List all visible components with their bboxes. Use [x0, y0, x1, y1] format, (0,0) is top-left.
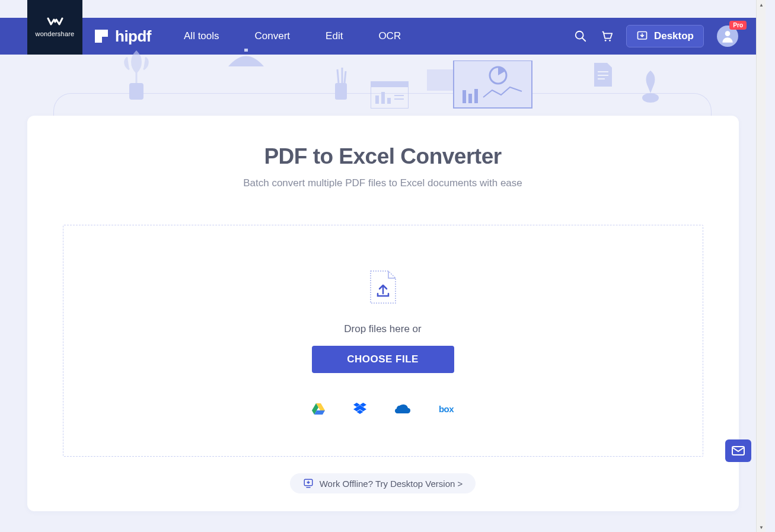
svg-rect-13: [371, 81, 409, 87]
desktop-button[interactable]: Desktop: [626, 25, 704, 47]
hipdf-logo[interactable]: hipdf: [95, 27, 151, 46]
scroll-up-icon[interactable]: ▲: [757, 0, 766, 9]
document-icon: [593, 62, 613, 88]
svg-point-28: [642, 93, 659, 103]
svg-rect-7: [244, 49, 248, 52]
svg-rect-27: [598, 78, 605, 79]
svg-point-5: [725, 31, 731, 36]
svg-line-10: [345, 71, 346, 83]
quill-icon: [637, 69, 664, 104]
dropzone[interactable]: Drop files here or CHOOSE FILE box: [63, 225, 703, 457]
page-subtitle: Batch convert multiple PDF files to Exce…: [63, 177, 703, 189]
plant-icon: [119, 49, 154, 103]
hero-decoration: [0, 55, 766, 114]
nav-convert[interactable]: Convert: [255, 30, 291, 42]
svg-line-8: [337, 69, 339, 83]
svg-line-1: [582, 38, 586, 42]
svg-point-2: [605, 40, 607, 42]
page-title: PDF to Excel Converter: [63, 144, 703, 169]
drop-text: Drop files here or: [344, 323, 421, 335]
svg-rect-14: [375, 95, 379, 104]
cloud-providers: box: [312, 403, 454, 415]
nav-ocr[interactable]: OCR: [378, 30, 401, 42]
offline-desktop-link[interactable]: Work Offline? Try Desktop Version >: [290, 473, 476, 493]
svg-rect-6: [129, 83, 143, 100]
pencil-cup-icon: [329, 66, 353, 102]
desktop-button-label: Desktop: [654, 30, 694, 42]
dashboard-icon: [427, 60, 534, 114]
hipdf-logo-icon: [95, 30, 108, 43]
pro-badge: Pro: [729, 21, 747, 30]
scrollbar[interactable]: ▲ ▼: [756, 0, 766, 532]
mail-icon: [732, 446, 745, 455]
search-icon[interactable]: [574, 30, 587, 43]
cart-icon[interactable]: [600, 30, 613, 43]
wondershare-logo-icon: [47, 17, 63, 28]
app-header: wondershare hipdf All tools Convert Edit…: [0, 18, 766, 55]
box-icon[interactable]: box: [439, 404, 454, 414]
svg-rect-16: [387, 98, 391, 104]
svg-rect-23: [468, 94, 472, 103]
desktop-download-icon: [303, 478, 314, 489]
scroll-down-icon[interactable]: ▼: [757, 523, 766, 532]
svg-rect-11: [335, 83, 347, 100]
svg-rect-15: [381, 92, 385, 104]
hipdf-logo-text: hipdf: [115, 27, 151, 46]
onedrive-icon[interactable]: [395, 403, 410, 414]
feedback-button[interactable]: [725, 439, 751, 462]
svg-rect-25: [598, 71, 608, 72]
nav-all-tools[interactable]: All tools: [184, 30, 219, 42]
svg-rect-24: [474, 89, 478, 103]
nav-edit[interactable]: Edit: [326, 30, 343, 42]
svg-rect-22: [463, 90, 466, 103]
dropbox-icon[interactable]: [353, 403, 366, 415]
wondershare-brand-text: wondershare: [36, 30, 75, 37]
google-drive-icon[interactable]: [312, 403, 325, 415]
user-menu[interactable]: Pro: [717, 26, 738, 47]
lamp-icon: [225, 49, 267, 72]
main-nav: All tools Convert Edit OCR: [184, 30, 401, 42]
main-card: PDF to Excel Converter Batch convert mul…: [27, 116, 739, 511]
svg-rect-19: [427, 69, 455, 91]
wondershare-brand-block[interactable]: wondershare: [27, 0, 82, 55]
small-chart-icon: [371, 81, 409, 109]
svg-rect-26: [598, 75, 608, 76]
choose-file-button[interactable]: CHOOSE FILE: [312, 346, 454, 373]
offline-label: Work Offline? Try Desktop Version >: [320, 479, 463, 489]
download-icon: [636, 30, 648, 42]
svg-point-3: [609, 40, 611, 42]
upload-file-icon: [369, 270, 397, 304]
